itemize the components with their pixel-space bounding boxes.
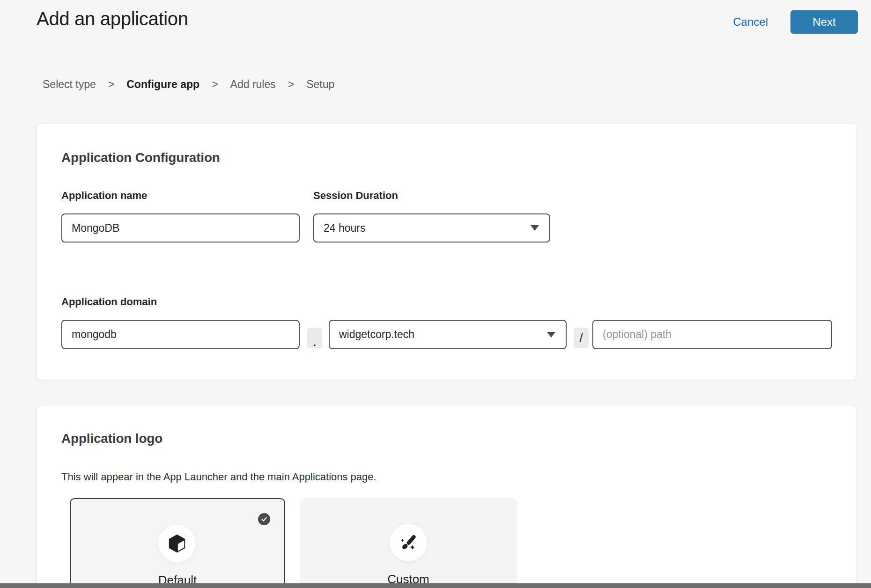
session-duration-value: 24 hours — [324, 222, 366, 235]
application-configuration-card: Application Configuration Application na… — [37, 124, 857, 380]
domain-select[interactable]: widgetcorp.tech — [329, 320, 567, 349]
breadcrumb: Select type > Configure app > Add rules … — [43, 78, 334, 91]
add-application-page: Add an application Cancel Next Select ty… — [0, 0, 871, 588]
application-configuration-heading: Application Configuration — [61, 150, 220, 165]
application-name-label: Application name — [61, 190, 147, 202]
step-configure-app[interactable]: Configure app — [126, 78, 199, 91]
cancel-button[interactable]: Cancel — [733, 15, 768, 29]
session-duration-label: Session Duration — [313, 190, 398, 202]
cube-icon — [166, 533, 188, 554]
paintbrush-sparkle-icon — [399, 533, 418, 552]
bottom-scroll-edge — [0, 583, 871, 588]
domain-value: widgetcorp.tech — [339, 328, 414, 341]
path-input[interactable] — [592, 320, 832, 349]
application-domain-label: Application domain — [61, 296, 157, 308]
chevron-down-icon — [531, 225, 539, 231]
next-button[interactable]: Next — [790, 10, 858, 34]
application-logo-heading: Application logo — [61, 431, 162, 446]
application-name-input[interactable] — [61, 213, 300, 243]
dot-separator: . — [307, 328, 322, 348]
custom-logo-circle — [390, 524, 427, 561]
breadcrumb-separator: > — [212, 78, 218, 91]
page-title: Add an application — [37, 8, 188, 29]
application-logo-description: This will appear in the App Launcher and… — [61, 471, 376, 483]
step-setup[interactable]: Setup — [306, 78, 334, 91]
step-select-type[interactable]: Select type — [43, 78, 96, 91]
checkmark-icon — [258, 513, 270, 525]
breadcrumb-separator: > — [108, 78, 114, 91]
slash-separator: / — [574, 328, 589, 348]
default-logo-circle — [158, 525, 196, 562]
subdomain-input[interactable] — [61, 320, 300, 349]
header-actions: Cancel Next — [733, 10, 858, 34]
logo-option-default[interactable]: Default — [70, 498, 285, 588]
application-logo-card: Application logo This will appear in the… — [37, 405, 857, 588]
session-duration-select[interactable]: 24 hours — [313, 213, 550, 243]
chevron-down-icon — [547, 332, 555, 338]
logo-option-custom[interactable]: Custom — [300, 498, 517, 588]
step-add-rules[interactable]: Add rules — [230, 78, 276, 91]
breadcrumb-separator: > — [288, 78, 294, 91]
